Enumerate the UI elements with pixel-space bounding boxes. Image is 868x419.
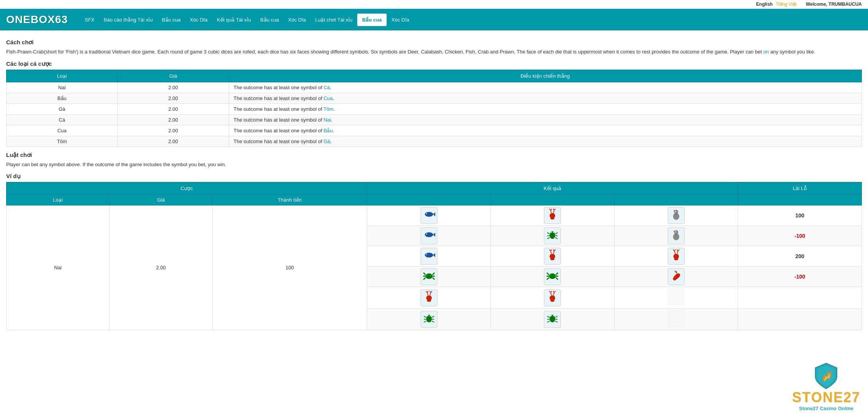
cell-icon2 [491, 205, 614, 226]
svg-line-96 [432, 321, 434, 322]
svg-line-103 [547, 321, 550, 322]
top-bar: English Tiếng Việt Welcome, TRUMBAUCUA [0, 0, 868, 9]
nav-baucua-active[interactable]: Bầu cua [357, 13, 387, 26]
table-header-row: Loại Giá Điều kiện chiến thắng [7, 70, 862, 82]
sub-gia: Giá [110, 195, 213, 205]
svg-line-104 [555, 316, 557, 317]
svg-line-77 [427, 291, 428, 292]
nav-xocdia2[interactable]: Xóc Dĩa [284, 14, 311, 26]
logo[interactable]: ONEBOX63 [6, 13, 68, 26]
svg-line-106 [555, 321, 557, 322]
svg-point-80 [427, 300, 431, 302]
svg-line-46 [674, 251, 675, 254]
table-row: Cá 2.00 The outcome has at least one sym… [7, 114, 862, 125]
cell-icon3 [614, 226, 738, 246]
svg-point-53 [426, 274, 432, 279]
svg-point-62 [549, 274, 556, 279]
nav-baocao[interactable]: Báo cáo thắng Tài xỉu [99, 14, 157, 26]
cell-dieukien: The outcome has at least one symbol of B… [229, 125, 862, 136]
cell-loai: Cá [7, 114, 118, 125]
cell-gia: 2.00 [118, 136, 229, 147]
svg-line-57 [432, 273, 434, 275]
lang-vietnamese[interactable]: Tiếng Việt [776, 2, 796, 7]
sub-loai: Loại [7, 195, 110, 205]
svg-point-27 [551, 232, 552, 233]
sub-kq2 [491, 195, 614, 205]
cell-profit: 200 [738, 246, 862, 267]
svg-line-21 [547, 233, 550, 234]
svg-point-16 [425, 232, 433, 237]
highlight-link[interactable]: Nai [324, 117, 331, 123]
nav-baucua1[interactable]: Bầu cua [157, 14, 185, 26]
nav-xocdia1[interactable]: Xóc Dĩa [185, 14, 212, 26]
svg-point-2 [426, 213, 427, 214]
luat-choi-title: Luật chơi [6, 152, 862, 159]
welcome-text: Welcome, TRUMBAUCUA [806, 2, 862, 7]
cell-dieukien: The outcome has at least one symbol of N… [229, 114, 862, 125]
svg-marker-35 [433, 253, 435, 257]
svg-point-36 [426, 254, 427, 255]
svg-point-10 [550, 217, 555, 219]
cell-loai: Tôm [7, 136, 118, 147]
cell-loai-ex: Nai [7, 205, 110, 330]
link-on[interactable]: on [763, 49, 769, 55]
vi-du-table: Cược Kết quả Lãi Lỗ Loại Giá Thành tiền … [6, 182, 862, 330]
svg-point-44 [550, 258, 555, 260]
svg-line-79 [429, 291, 431, 292]
svg-marker-17 [433, 233, 435, 237]
svg-line-38 [551, 251, 552, 254]
svg-line-82 [551, 292, 552, 295]
svg-point-28 [553, 232, 554, 233]
sub-thanhtien: Thành tiền [213, 195, 367, 205]
svg-line-83 [554, 292, 554, 295]
svg-point-34 [425, 253, 433, 258]
nav-ketqua[interactable]: Kết quả Tài xỉu [212, 14, 256, 26]
cell-gia: 2.00 [118, 114, 229, 125]
svg-line-59 [432, 277, 434, 279]
cell-dieukien: The outcome has at least one symbol of T… [229, 103, 862, 114]
highlight-link[interactable]: Tôm [323, 106, 333, 112]
nav-luatchoi[interactable]: Luật chơi Tài xỉu [311, 14, 357, 26]
cell-profit: 100 [738, 205, 862, 226]
svg-line-68 [556, 277, 558, 279]
cell-profit: -100 [738, 267, 862, 287]
nav-xocdia3[interactable]: Xóc Dĩa [387, 14, 414, 26]
svg-point-69 [550, 275, 552, 276]
cell-icon3 [614, 246, 738, 267]
svg-line-85 [551, 291, 552, 292]
svg-point-60 [426, 275, 428, 276]
svg-line-101 [547, 316, 550, 317]
cell-icon3 [614, 205, 738, 226]
svg-point-18 [426, 234, 427, 235]
svg-point-52 [674, 258, 678, 260]
cach-choi-title: Cách chơi [6, 39, 862, 46]
cach-choi-desc: Fish-Prawn-Crab(short for 'Fish') is a t… [6, 48, 862, 56]
svg-line-4 [551, 210, 552, 213]
cell-icon1 [367, 246, 491, 267]
nav-sfx[interactable]: SFX [80, 14, 99, 26]
svg-line-93 [424, 321, 426, 322]
highlight-link[interactable]: Cá [324, 85, 330, 90]
luat-choi-desc: Player can bet any symbol above. If the … [6, 161, 862, 169]
svg-line-65 [547, 277, 549, 279]
cell-icon3 [614, 287, 738, 309]
highlight-link[interactable]: Bầu [324, 128, 333, 134]
svg-line-56 [423, 277, 425, 279]
sub-kq1 [367, 195, 491, 205]
cell-loai: Gà [7, 103, 118, 114]
svg-line-39 [554, 251, 554, 254]
vi-du-header-row2: Loại Giá Thành tiền [7, 195, 862, 205]
cell-icon1 [367, 309, 491, 330]
nav-baucua2[interactable]: Bầu cua [256, 14, 283, 26]
cell-loai: Bầu [7, 93, 118, 103]
cell-icon1 [367, 287, 491, 309]
lang-english[interactable]: English [756, 2, 773, 7]
svg-line-41 [551, 250, 552, 251]
svg-line-7 [551, 209, 552, 210]
highlight-link[interactable]: Gà [324, 139, 330, 144]
cell-gia: 2.00 [118, 125, 229, 136]
sub-kq3 [614, 195, 738, 205]
cell-icon1 [367, 267, 491, 287]
highlight-link[interactable]: Cua [324, 95, 333, 101]
svg-line-75 [430, 292, 431, 295]
